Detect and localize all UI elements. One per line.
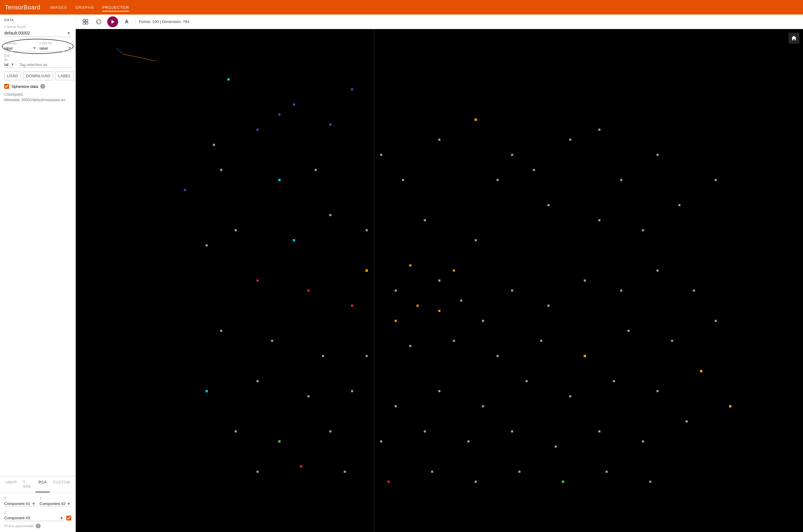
data-point[interactable] [257, 129, 259, 131]
data-point[interactable] [417, 305, 419, 307]
data-point[interactable] [278, 440, 281, 443]
data-point[interactable] [257, 471, 259, 473]
data-point[interactable] [351, 89, 353, 91]
data-point[interactable] [657, 390, 659, 392]
data-point[interactable] [329, 124, 331, 126]
data-point[interactable] [402, 179, 404, 181]
data-point[interactable] [395, 290, 397, 292]
data-point[interactable] [206, 244, 208, 246]
data-point[interactable] [322, 355, 324, 357]
tensor-select[interactable]: default:00002 [4, 30, 71, 37]
data-point[interactable] [220, 169, 223, 171]
z-axis-select[interactable]: Component #3 [4, 515, 64, 521]
data-point[interactable] [569, 139, 572, 141]
data-point[interactable] [431, 471, 433, 473]
download-button[interactable]: Download [23, 72, 53, 80]
data-point[interactable] [329, 214, 331, 216]
data-point[interactable] [380, 440, 382, 443]
data-point[interactable] [438, 139, 441, 141]
sphereize-checkbox[interactable] [4, 84, 9, 89]
data-point[interactable] [395, 320, 397, 322]
data-point[interactable] [562, 480, 564, 483]
data-point[interactable] [213, 144, 215, 146]
data-point[interactable] [475, 118, 477, 121]
data-point[interactable] [584, 355, 586, 357]
label-by-select[interactable]: label [4, 45, 36, 52]
data-point[interactable] [533, 169, 535, 171]
visualization-container[interactable] [76, 29, 803, 532]
data-point[interactable] [278, 179, 281, 181]
data-point[interactable] [453, 269, 455, 271]
data-point[interactable] [613, 380, 615, 382]
data-point[interactable] [497, 355, 499, 357]
data-point[interactable] [598, 431, 600, 433]
data-point[interactable] [453, 340, 455, 342]
data-point[interactable] [293, 103, 295, 106]
tab-umap[interactable]: UMAP [2, 477, 20, 492]
data-point[interactable] [642, 440, 644, 443]
data-point[interactable] [409, 345, 412, 347]
data-point[interactable] [395, 405, 397, 407]
label-button[interactable]: Label [55, 72, 74, 80]
data-point[interactable] [257, 280, 259, 282]
data-point[interactable] [220, 330, 223, 332]
data-point[interactable] [569, 395, 572, 397]
sphereize-help-icon[interactable]: ? [40, 84, 45, 89]
data-point[interactable] [584, 280, 586, 282]
tab-pca[interactable]: PCA [36, 477, 50, 492]
data-point[interactable] [686, 420, 688, 422]
data-point[interactable] [438, 280, 441, 282]
data-point[interactable] [526, 380, 528, 382]
data-point[interactable] [511, 154, 513, 156]
data-point[interactable] [271, 340, 273, 342]
nav-images[interactable]: IMAGES [50, 4, 67, 11]
z-axis-checkbox[interactable] [66, 516, 71, 520]
data-point[interactable] [482, 405, 484, 407]
data-point[interactable] [598, 129, 600, 131]
select-lasso-icon[interactable] [94, 17, 103, 27]
data-point[interactable] [715, 179, 717, 181]
data-point[interactable] [475, 239, 477, 242]
data-point[interactable] [438, 310, 441, 312]
data-point[interactable] [598, 219, 600, 221]
data-point[interactable] [460, 300, 462, 302]
data-point[interactable] [366, 355, 368, 357]
data-point[interactable] [366, 229, 368, 231]
data-point[interactable] [315, 169, 317, 171]
data-point[interactable] [715, 320, 717, 322]
tag-selection-input[interactable] [18, 62, 71, 68]
data-point[interactable] [642, 229, 644, 231]
data-point[interactable] [308, 395, 310, 397]
data-point[interactable] [365, 269, 368, 272]
data-point[interactable] [606, 471, 608, 473]
y-axis-select[interactable]: Component #2 [40, 501, 72, 507]
data-point[interactable] [279, 114, 281, 116]
data-point[interactable] [424, 219, 426, 221]
data-point[interactable] [497, 179, 499, 181]
data-point[interactable] [308, 290, 310, 292]
data-point[interactable] [257, 380, 259, 382]
edit-by-select[interactable]: label [4, 62, 14, 68]
data-point[interactable] [678, 204, 681, 206]
data-point[interactable] [344, 471, 346, 473]
data-point[interactable] [511, 290, 513, 292]
data-point[interactable] [409, 265, 412, 267]
data-point[interactable] [387, 481, 390, 483]
color-by-select[interactable]: label [40, 45, 72, 52]
data-point[interactable] [657, 154, 659, 156]
data-point[interactable] [380, 154, 382, 156]
data-point[interactable] [438, 390, 441, 392]
data-point[interactable] [482, 320, 484, 322]
data-point[interactable] [235, 229, 237, 231]
data-point[interactable] [548, 204, 550, 206]
data-point[interactable] [657, 269, 659, 271]
data-point[interactable] [351, 390, 353, 392]
data-point[interactable] [424, 431, 426, 433]
data-point[interactable] [620, 290, 623, 292]
data-point[interactable] [548, 305, 550, 307]
tab-tsne[interactable]: T-SNE [20, 477, 36, 492]
data-point[interactable] [620, 179, 623, 181]
data-point[interactable] [467, 440, 470, 443]
data-point[interactable] [293, 239, 295, 242]
data-point[interactable] [671, 340, 673, 342]
